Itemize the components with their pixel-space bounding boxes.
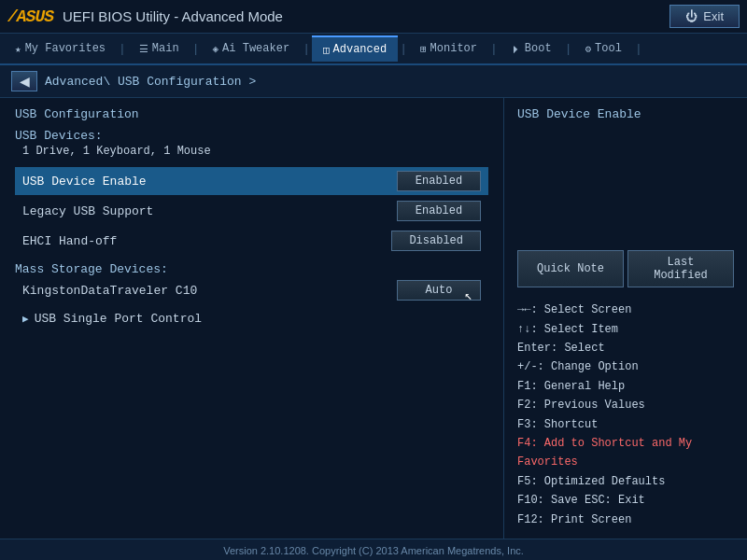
menu-icon: ☰ bbox=[139, 43, 148, 55]
usb-devices-label: USB Devices: bbox=[15, 129, 488, 143]
hotkey-enter: Enter: Select bbox=[517, 339, 734, 357]
hotkey-f12: F12: Print Screen bbox=[517, 511, 734, 529]
usb-device-enable-button[interactable]: Enabled bbox=[397, 171, 481, 191]
config-row-legacy-usb[interactable]: Legacy USB Support Enabled bbox=[15, 197, 488, 225]
storage-device-label: KingstonDataTraveler C10 bbox=[22, 284, 197, 298]
hotkey-f10: F10: Save ESC: Exit bbox=[517, 491, 734, 510]
main-content: USB Configuration USB Devices: 1 Drive, … bbox=[0, 98, 747, 539]
nav-item-advanced[interactable]: ◫ Advanced bbox=[312, 35, 398, 62]
hotkey-help: →←: Select Screen ↑↓: Select Item Enter:… bbox=[517, 301, 734, 529]
config-row-ehci[interactable]: EHCI Hand-off Disabled bbox=[15, 227, 488, 255]
footer-text: Version 2.10.1208. Copyright (C) 2013 Am… bbox=[223, 545, 524, 556]
nav-item-ai-tweaker[interactable]: ◈ Ai Tweaker bbox=[201, 36, 301, 61]
nav-item-monitor[interactable]: ⊞ Monitor bbox=[409, 36, 488, 61]
nav-item-main[interactable]: ☰ Main bbox=[128, 36, 190, 61]
usb-single-port-label: USB Single Port Control bbox=[35, 312, 202, 326]
nav-sep-6: | bbox=[563, 42, 574, 56]
tweaker-icon: ◈ bbox=[212, 43, 218, 55]
hotkey-select-item: ↑↓: Select Item bbox=[517, 320, 734, 339]
hotkey-change-option: +/-: Change Option bbox=[517, 357, 734, 376]
tool-icon: ⚙ bbox=[585, 43, 591, 55]
footer: Version 2.10.1208. Copyright (C) 2013 Am… bbox=[0, 539, 747, 560]
nav-label-my-favorites: My Favorites bbox=[25, 42, 106, 55]
exit-button[interactable]: ⏻ Exit bbox=[669, 5, 740, 28]
hotkey-f5: F5: Optimized Defaults bbox=[517, 472, 734, 491]
usb-single-port-item[interactable]: ▶ USB Single Port Control bbox=[15, 308, 488, 329]
usb-config-title: USB Configuration bbox=[15, 107, 488, 121]
mass-storage-value-button[interactable]: Auto bbox=[397, 280, 481, 301]
nav-label-tool: Tool bbox=[595, 42, 622, 55]
nav-bar: ★ My Favorites | ☰ Main | ◈ Ai Tweaker |… bbox=[0, 34, 747, 65]
power-icon: ⏻ bbox=[685, 9, 698, 23]
hotkey-f2: F2: Previous Values bbox=[517, 396, 734, 414]
header: /ASUS UEFI BIOS Utility - Advanced Mode … bbox=[0, 0, 747, 34]
monitor-icon: ⊞ bbox=[420, 43, 427, 55]
nav-label-ai-tweaker: Ai Tweaker bbox=[222, 42, 289, 55]
star-icon: ★ bbox=[15, 43, 21, 55]
nav-item-my-favorites[interactable]: ★ My Favorites bbox=[4, 36, 117, 61]
right-panel: USB Device Enable Quick Note Last Modifi… bbox=[504, 98, 747, 539]
arrow-icon: ▶ bbox=[22, 313, 29, 325]
nav-label-boot: Boot bbox=[525, 42, 552, 55]
last-modified-button[interactable]: Last Modified bbox=[627, 250, 734, 287]
ehci-label: EHCI Hand-off bbox=[22, 234, 117, 248]
legacy-usb-label: Legacy USB Support bbox=[22, 204, 153, 218]
nav-sep-3: | bbox=[301, 42, 312, 56]
legacy-usb-button[interactable]: Enabled bbox=[397, 201, 481, 221]
hotkey-select-screen: →←: Select Screen bbox=[517, 301, 734, 319]
right-panel-title: USB Device Enable bbox=[517, 107, 734, 121]
usb-devices-value: 1 Drive, 1 Keyboard, 1 Mouse bbox=[15, 145, 488, 158]
breadcrumb-bar: ◀ Advanced\ USB Configuration > bbox=[0, 65, 747, 98]
left-panel: USB Configuration USB Devices: 1 Drive, … bbox=[0, 98, 504, 539]
header-title: UEFI BIOS Utility - Advanced Mode bbox=[63, 8, 669, 24]
mass-storage-section: Mass Storage Devices: KingstonDataTravel… bbox=[15, 262, 488, 302]
usb-device-enable-label: USB Device Enable bbox=[22, 175, 147, 189]
nav-sep-4: | bbox=[398, 42, 409, 56]
nav-sep-2: | bbox=[190, 42, 202, 56]
storage-row[interactable]: KingstonDataTraveler C10 Auto bbox=[15, 278, 488, 302]
nav-label-monitor: Monitor bbox=[430, 42, 477, 55]
asus-logo: /ASUS bbox=[7, 7, 53, 26]
breadcrumb: Advanced\ USB Configuration > bbox=[45, 75, 256, 89]
nav-label-main: Main bbox=[152, 42, 179, 55]
usb-devices-section: USB Devices: 1 Drive, 1 Keyboard, 1 Mous… bbox=[15, 129, 488, 158]
nav-item-tool[interactable]: ⚙ Tool bbox=[573, 36, 632, 61]
nav-item-boot[interactable]: ⏵ Boot bbox=[500, 36, 563, 61]
quick-buttons: Quick Note Last Modified bbox=[517, 250, 734, 287]
hotkey-f4: F4: Add to Shortcut and My Favorites bbox=[517, 434, 734, 472]
mass-storage-label: Mass Storage Devices: bbox=[15, 262, 488, 276]
nav-sep-7: | bbox=[633, 42, 644, 56]
boot-icon: ⏵ bbox=[511, 43, 521, 55]
ehci-button[interactable]: Disabled bbox=[391, 231, 481, 251]
exit-label: Exit bbox=[703, 9, 724, 23]
config-row-usb-device-enable[interactable]: USB Device Enable Enabled bbox=[15, 167, 488, 195]
nav-sep-5: | bbox=[488, 42, 500, 56]
back-button[interactable]: ◀ bbox=[11, 71, 37, 91]
hotkey-f1: F1: General Help bbox=[517, 377, 734, 396]
nav-label-advanced: Advanced bbox=[333, 43, 388, 56]
nav-sep-1: | bbox=[117, 42, 128, 56]
hotkey-f3: F3: Shortcut bbox=[517, 415, 734, 434]
advanced-icon: ◫ bbox=[323, 44, 330, 56]
quick-note-button[interactable]: Quick Note bbox=[517, 250, 624, 287]
